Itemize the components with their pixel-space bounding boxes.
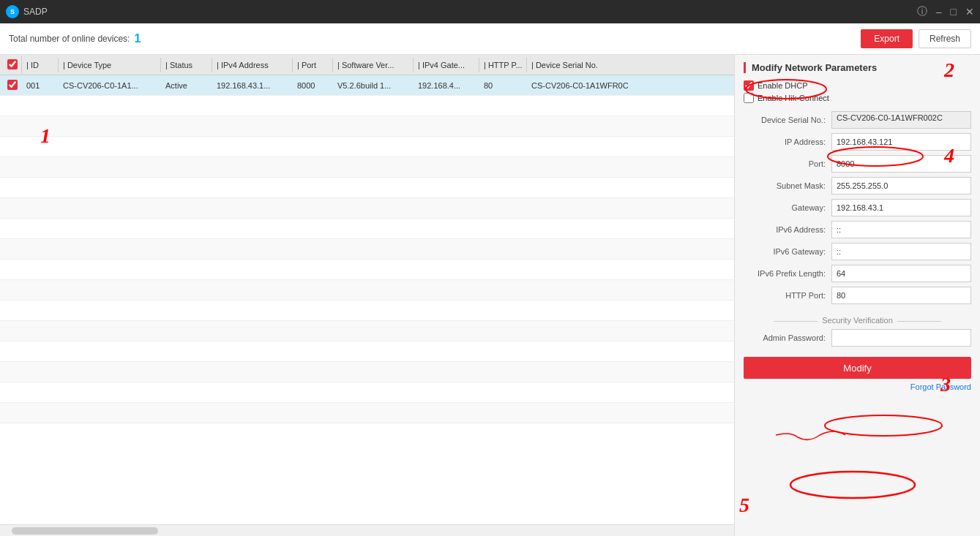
table-panel: | ID | Device Type | Status | IPv4 Addre… bbox=[0, 55, 735, 536]
form-group-ipv6: IPv6 Address: bbox=[744, 221, 971, 238]
refresh-button[interactable]: Refresh bbox=[919, 29, 971, 48]
label-subnet: Subnet Mask: bbox=[744, 181, 831, 190]
titlebar-controls[interactable]: ⓘ – □ ✕ bbox=[917, 5, 974, 18]
label-admin-pw: Admin Password: bbox=[744, 333, 831, 342]
th-id: | ID bbox=[22, 58, 59, 72]
main-wrapper: Total number of online devices: 1 Export… bbox=[0, 23, 980, 536]
th-serial: | Device Serial No. bbox=[527, 58, 731, 72]
header-checkbox[interactable] bbox=[7, 59, 18, 69]
empty-row bbox=[0, 280, 734, 301]
empty-row bbox=[0, 198, 734, 219]
input-ipv6-prefix[interactable] bbox=[831, 265, 971, 282]
titlebar-left: S SADP bbox=[6, 5, 48, 18]
enable-dhcp-checkbox[interactable] bbox=[744, 80, 754, 91]
forgot-password-link[interactable]: Forgot Password bbox=[744, 382, 971, 391]
th-ipv4: | IPv4 Address bbox=[212, 58, 293, 72]
maximize-icon[interactable]: □ bbox=[951, 6, 957, 18]
row-ipv4-gateway: 192.168.4... bbox=[414, 78, 479, 93]
form-group-serial: Device Serial No.: CS-CV206-C0-1A1WFR002… bbox=[744, 111, 971, 129]
form-group-subnet: Subnet Mask: bbox=[744, 177, 971, 195]
online-devices-label: Total number of online devices: bbox=[9, 34, 130, 44]
th-http-port: | HTTP P... bbox=[479, 58, 527, 72]
right-panel: Modify Network Parameters Enable DHCP En… bbox=[735, 55, 980, 536]
th-device-type: | Device Type bbox=[59, 58, 161, 72]
input-ipv6-address[interactable] bbox=[831, 221, 971, 238]
app-logo: S bbox=[6, 5, 19, 18]
value-serial: CS-CV206-C0-1A1WFR002C bbox=[831, 111, 971, 129]
empty-row bbox=[0, 260, 734, 280]
th-ipv4-gateway: | IPv4 Gate... bbox=[414, 58, 479, 72]
close-icon[interactable]: ✕ bbox=[965, 6, 974, 18]
form-fields: Device Serial No.: CS-CV206-C0-1A1WFR002… bbox=[744, 111, 971, 309]
empty-row bbox=[0, 157, 734, 178]
form-group-http: HTTP Port: bbox=[744, 287, 971, 304]
row-id: 001 bbox=[22, 78, 59, 93]
row-status: Active bbox=[161, 78, 212, 93]
modify-button[interactable]: Modify bbox=[744, 357, 971, 379]
label-ipv6prefix: IPv6 Prefix Length: bbox=[744, 269, 831, 278]
enable-dhcp-item: Enable DHCP bbox=[744, 80, 971, 91]
table-scrollbar[interactable] bbox=[0, 524, 734, 536]
form-group-gateway: Gateway: bbox=[744, 199, 971, 216]
info-icon[interactable]: ⓘ bbox=[917, 5, 927, 18]
top-bar: Total number of online devices: 1 Export… bbox=[0, 23, 980, 55]
app-title: SADP bbox=[23, 7, 48, 17]
table-body: 001 CS-CV206-C0-1A1... Active 192.168.43… bbox=[0, 75, 734, 524]
empty-row bbox=[0, 382, 734, 403]
titlebar: S SADP ⓘ – □ ✕ bbox=[0, 0, 980, 23]
enable-hikconnect-item: Enable Hik-Connect bbox=[744, 93, 971, 103]
empty-row bbox=[0, 178, 734, 198]
th-status: | Status bbox=[161, 58, 212, 72]
row-port: 8000 bbox=[293, 78, 333, 93]
input-http-port[interactable] bbox=[831, 287, 971, 304]
top-bar-left: Total number of online devices: 1 bbox=[9, 32, 141, 45]
row-software-ver: V5.2.6build 1... bbox=[333, 78, 414, 93]
form-group-ipv6prefix: IPv6 Prefix Length: bbox=[744, 265, 971, 282]
online-devices-count: 1 bbox=[134, 32, 141, 45]
input-ipv6-gateway[interactable] bbox=[831, 243, 971, 260]
input-subnet-mask[interactable] bbox=[831, 177, 971, 195]
empty-row bbox=[0, 301, 734, 321]
empty-row bbox=[0, 321, 734, 341]
enable-hikconnect-label: Enable Hik-Connect bbox=[758, 94, 829, 102]
table-row[interactable]: 001 CS-CV206-C0-1A1... Active 192.168.43… bbox=[0, 75, 734, 96]
input-admin-password[interactable] bbox=[831, 329, 971, 347]
row-device-type: CS-CV206-C0-1A1... bbox=[59, 78, 161, 93]
content-area: | ID | Device Type | Status | IPv4 Addre… bbox=[0, 55, 980, 536]
minimize-icon[interactable]: – bbox=[936, 6, 942, 18]
form-group-port: Port: bbox=[744, 155, 971, 173]
row-checkbox-cell bbox=[3, 77, 22, 94]
label-gateway: Gateway: bbox=[744, 203, 831, 212]
input-port[interactable] bbox=[831, 155, 971, 173]
label-serial: Device Serial No.: bbox=[744, 116, 831, 124]
label-ipv6gw: IPv6 Gateway: bbox=[744, 247, 831, 256]
input-ip-address[interactable] bbox=[831, 133, 971, 151]
form-group-ipv6gw: IPv6 Gateway: bbox=[744, 243, 971, 260]
empty-row bbox=[0, 362, 734, 382]
label-ip: IP Address: bbox=[744, 137, 831, 146]
row-ipv4: 192.168.43.1... bbox=[212, 78, 293, 93]
scrollbar-thumb[interactable] bbox=[12, 527, 158, 535]
input-gateway[interactable] bbox=[831, 199, 971, 216]
label-ipv6: IPv6 Address: bbox=[744, 225, 831, 234]
row-serial: CS-CV206-C0-1A1WFR0C bbox=[527, 78, 731, 93]
enable-hikconnect-checkbox[interactable] bbox=[744, 93, 754, 103]
form-group-admin-pw: Admin Password: bbox=[744, 329, 971, 347]
top-bar-buttons: Export Refresh bbox=[861, 29, 971, 48]
th-port: | Port bbox=[293, 58, 333, 72]
th-checkbox bbox=[3, 56, 22, 74]
row-checkbox[interactable] bbox=[7, 80, 18, 90]
th-software-ver: | Software Ver... bbox=[333, 58, 414, 72]
row-http-port: 80 bbox=[479, 78, 527, 93]
form-group-ip: IP Address: bbox=[744, 133, 971, 151]
empty-row bbox=[0, 341, 734, 362]
empty-row bbox=[0, 239, 734, 260]
export-button[interactable]: Export bbox=[861, 29, 913, 48]
enable-dhcp-label: Enable DHCP bbox=[758, 81, 807, 90]
empty-row bbox=[0, 403, 734, 423]
empty-row bbox=[0, 137, 734, 157]
empty-row bbox=[0, 116, 734, 137]
panel-checks: Enable DHCP Enable Hik-Connect bbox=[744, 80, 971, 105]
panel-title: Modify Network Parameters bbox=[744, 62, 971, 73]
security-section-label: Security Verification bbox=[744, 316, 971, 325]
